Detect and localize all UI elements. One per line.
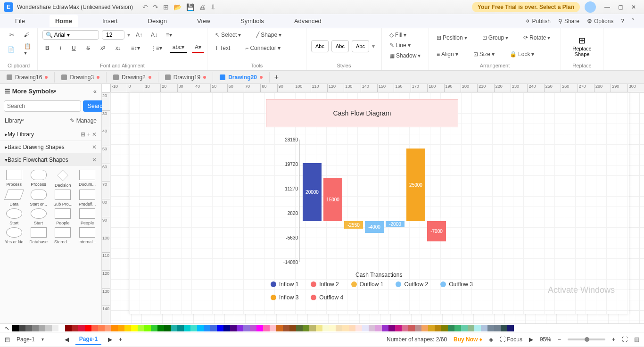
shape-database[interactable]: Database <box>27 227 50 244</box>
color-swatch[interactable] <box>111 325 118 331</box>
color-swatch[interactable] <box>230 325 237 331</box>
select-tool[interactable]: ↖ Select▾ <box>212 30 244 40</box>
shape-people[interactable]: People <box>76 208 99 225</box>
color-swatch[interactable] <box>309 325 316 331</box>
size-button[interactable]: ⊡ Size▾ <box>471 50 497 59</box>
color-swatch[interactable] <box>138 325 144 331</box>
color-swatch[interactable] <box>223 325 230 331</box>
color-swatch[interactable] <box>369 325 375 331</box>
tab-drawing3[interactable]: Drawing3 <box>55 72 107 83</box>
color-swatch[interactable] <box>45 325 52 331</box>
copy-icon[interactable]: 📄 <box>5 41 17 58</box>
font-color-icon[interactable]: A▾ <box>192 42 204 53</box>
fill-button[interactable]: ◇ Fill▾ <box>387 30 409 40</box>
format-painter-icon[interactable]: 🖌 <box>21 30 32 40</box>
color-swatch[interactable] <box>336 325 342 331</box>
chart-title[interactable]: Cash Flow Diagram <box>266 99 458 127</box>
add-tab-button[interactable]: + <box>270 71 283 83</box>
color-swatch[interactable] <box>256 325 263 331</box>
text-tool[interactable]: T Text <box>212 43 233 53</box>
maximize-button[interactable]: ▢ <box>614 0 627 14</box>
group-button[interactable]: ⊡ Group▾ <box>479 33 511 42</box>
color-swatch[interactable] <box>65 325 72 331</box>
color-swatch[interactable] <box>494 325 501 331</box>
menu-home[interactable]: Home <box>50 15 78 27</box>
color-swatch[interactable] <box>395 325 402 331</box>
color-swatch[interactable] <box>349 325 355 331</box>
bar-outflow-3[interactable]: -2000 <box>386 221 405 227</box>
color-swatch[interactable] <box>375 325 382 331</box>
highlight-icon[interactable]: abc▾ <box>170 42 187 53</box>
underline-icon[interactable]: U <box>69 42 79 53</box>
color-swatch[interactable] <box>382 325 388 331</box>
color-swatch[interactable] <box>12 325 19 331</box>
color-swatch[interactable] <box>184 325 190 331</box>
share-button[interactable]: ⚲ Share <box>558 18 579 25</box>
shape-sub pro...[interactable]: Sub Pro... <box>52 190 74 207</box>
color-swatch[interactable] <box>32 325 39 331</box>
color-swatch[interactable] <box>289 325 296 331</box>
menu-advanced[interactable]: Advanced <box>289 15 327 27</box>
bar-inflow-2[interactable]: 15000 <box>323 178 342 221</box>
library-label[interactable]: Library <box>5 117 22 124</box>
color-swatch[interactable] <box>421 325 428 331</box>
color-swatch[interactable] <box>276 325 283 331</box>
legend-inflow-1[interactable]: Inflow 1 <box>271 281 298 288</box>
add-page-icon[interactable]: + <box>119 336 122 343</box>
page-selector[interactable]: Page-1 <box>17 336 35 343</box>
superscript-icon[interactable]: x² <box>98 42 108 53</box>
shadow-button[interactable]: ▦ Shadow▾ <box>387 51 423 60</box>
color-swatch[interactable] <box>388 325 395 331</box>
presentation-icon[interactable]: ▶ <box>529 336 533 343</box>
line-button[interactable]: ✎ Line▾ <box>387 41 413 50</box>
color-swatch[interactable] <box>428 325 435 331</box>
shape-stored ...[interactable]: Stored ... <box>52 227 74 244</box>
bar-inflow-3[interactable]: 25000 <box>406 149 425 221</box>
bar-outflow-1[interactable]: -2550 <box>344 221 363 229</box>
chart[interactable]: 2816019720112702820-5630-14080 200001500… <box>271 135 591 314</box>
style-preset-2[interactable]: Abc <box>331 40 349 52</box>
shape-docum...[interactable]: Docum... <box>76 170 99 188</box>
bullets-icon[interactable]: ⋮≡▾ <box>148 42 165 53</box>
color-swatch[interactable] <box>105 325 111 331</box>
color-swatch[interactable] <box>448 325 454 331</box>
color-swatch[interactable] <box>303 325 309 331</box>
legend-outflow-2[interactable]: Outflow 2 <box>396 281 428 288</box>
color-swatch[interactable] <box>164 325 171 331</box>
tab-drawing19[interactable]: Drawing19 <box>158 72 213 83</box>
connector-tool[interactable]: ⌐ Connector▾ <box>242 43 283 53</box>
panel-icon[interactable]: ▥ <box>634 336 639 343</box>
font-select[interactable]: 🔍 Arial ▾ <box>42 30 99 40</box>
menu-symbols[interactable]: Symbols <box>235 15 270 27</box>
undo-icon[interactable]: ↶ <box>142 3 148 11</box>
color-swatch[interactable] <box>329 325 336 331</box>
color-swatch[interactable] <box>118 325 124 331</box>
close-button[interactable]: ✕ <box>627 0 640 14</box>
legend-outflow-1[interactable]: Outflow 1 <box>351 281 384 288</box>
align-text-icon[interactable]: ≡▾ <box>163 30 175 40</box>
bar-outflow-2[interactable]: -4000 <box>365 221 384 233</box>
print-icon[interactable]: 🖨 <box>199 3 206 11</box>
menu-view[interactable]: View <box>191 15 216 27</box>
color-swatch[interactable] <box>283 325 289 331</box>
new-icon[interactable]: ⊞ <box>163 3 169 11</box>
color-swatch[interactable] <box>204 325 210 331</box>
color-swatch[interactable] <box>342 325 349 331</box>
export-icon[interactable]: ⇩ <box>210 3 216 11</box>
align-button[interactable]: ≡ Align▾ <box>434 50 461 59</box>
style-more-icon[interactable]: ▾ <box>372 43 375 50</box>
legend-outflow-3[interactable]: Outflow 3 <box>440 281 473 288</box>
manage-button[interactable]: ✎ Manage <box>70 117 97 124</box>
layers-icon[interactable]: ◈ <box>489 336 493 343</box>
fit-page-icon[interactable]: ⛶ <box>622 336 627 343</box>
cursor-icon[interactable]: ↖ <box>5 325 9 331</box>
color-swatch[interactable] <box>468 325 474 331</box>
color-swatch[interactable] <box>501 325 507 331</box>
color-swatch[interactable] <box>435 325 441 331</box>
color-swatch[interactable] <box>296 325 303 331</box>
user-avatar[interactable] <box>585 1 596 13</box>
replace-shape-icon[interactable]: ⊞ <box>566 35 598 46</box>
color-swatch[interactable] <box>408 325 415 331</box>
color-swatch[interactable] <box>250 325 256 331</box>
lock-button[interactable]: 🔒 Lock▾ <box>507 50 537 59</box>
